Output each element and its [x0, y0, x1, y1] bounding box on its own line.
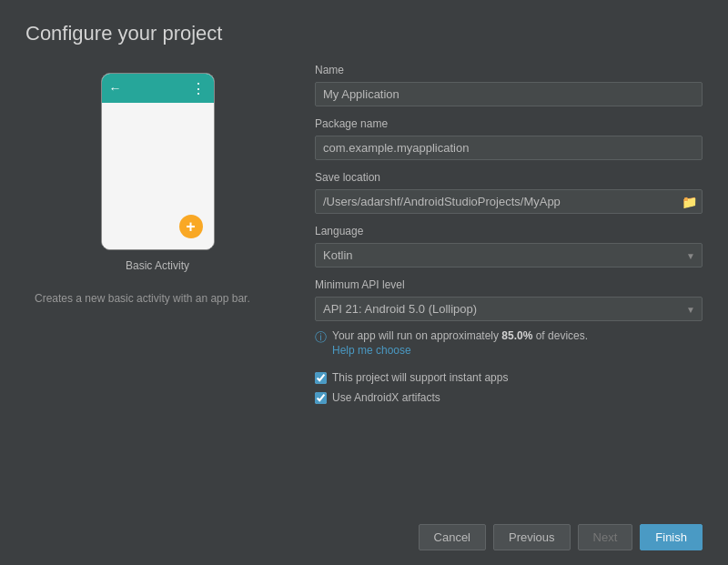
androidx-checkbox[interactable] — [315, 392, 327, 404]
phone-mockup: ← ⋮ + — [101, 73, 215, 250]
checkbox-group: This project will support instant apps U… — [315, 371, 703, 404]
api-dropdown-wrapper: API 21: Android 5.0 (Lollipop) API 19: A… — [315, 297, 703, 321]
fab-button: + — [179, 215, 203, 238]
language-dropdown-wrapper: Kotlin Java ▼ — [315, 243, 703, 267]
package-label: Package name — [315, 117, 703, 130]
package-input[interactable] — [315, 136, 703, 160]
instant-apps-label: This project will support instant apps — [332, 371, 508, 384]
androidx-label: Use AndroidX artifacts — [332, 391, 440, 404]
right-panel: Name Package name Save location 📁 Langua… — [315, 64, 703, 506]
api-label: Minimum API level — [315, 278, 703, 291]
activity-label: Basic Activity — [126, 259, 189, 272]
package-field-group: Package name — [315, 117, 703, 160]
location-field-group: Save location 📁 — [315, 171, 703, 214]
dialog-body: ← ⋮ + Basic Activity Creates a new basic… — [25, 64, 703, 506]
location-input-wrapper: 📁 — [315, 189, 703, 214]
info-icon: ⓘ — [315, 329, 327, 346]
api-info-row: ⓘ Your app will run on approximately 85.… — [315, 328, 703, 357]
language-select[interactable]: Kotlin Java — [315, 243, 703, 267]
api-select[interactable]: API 21: Android 5.0 (Lollipop) API 19: A… — [315, 297, 703, 321]
dialog-footer: Cancel Previous Next Finish — [25, 510, 703, 550]
configure-project-dialog: Configure your project ← ⋮ + Basic Activ… — [0, 0, 728, 565]
name-label: Name — [315, 64, 703, 76]
folder-icon[interactable]: 📁 — [682, 195, 697, 209]
overflow-menu-icon: ⋮ — [191, 80, 207, 97]
name-field-group: Name — [315, 64, 703, 106]
language-label: Language — [315, 225, 703, 237]
instant-apps-checkbox[interactable] — [315, 372, 327, 384]
androidx-checkbox-item[interactable]: Use AndroidX artifacts — [315, 391, 703, 404]
phone-toolbar: ← ⋮ — [102, 74, 214, 103]
name-input[interactable] — [315, 82, 703, 106]
previous-button[interactable]: Previous — [493, 524, 571, 550]
location-input[interactable] — [315, 189, 703, 214]
api-info-content: Your app will run on approximately 85.0%… — [332, 328, 588, 357]
next-button[interactable]: Next — [578, 524, 633, 550]
cancel-button[interactable]: Cancel — [419, 524, 486, 550]
location-label: Save location — [315, 171, 703, 184]
finish-button[interactable]: Finish — [640, 524, 703, 550]
left-panel: ← ⋮ + Basic Activity Creates a new basic… — [25, 64, 289, 506]
instant-apps-checkbox-item[interactable]: This project will support instant apps — [315, 371, 703, 384]
activity-description: Creates a new basic activity with an app… — [25, 290, 289, 307]
language-field-group: Language Kotlin Java ▼ — [315, 225, 703, 267]
api-field-group: Minimum API level API 21: Android 5.0 (L… — [315, 278, 703, 357]
api-info-text: Your app will run on approximately 85.0%… — [332, 329, 588, 342]
back-arrow-icon: ← — [109, 81, 122, 96]
api-percentage: 85.0% — [501, 329, 532, 342]
help-me-choose-link[interactable]: Help me choose — [332, 344, 588, 357]
dialog-title: Configure your project — [25, 22, 703, 45]
